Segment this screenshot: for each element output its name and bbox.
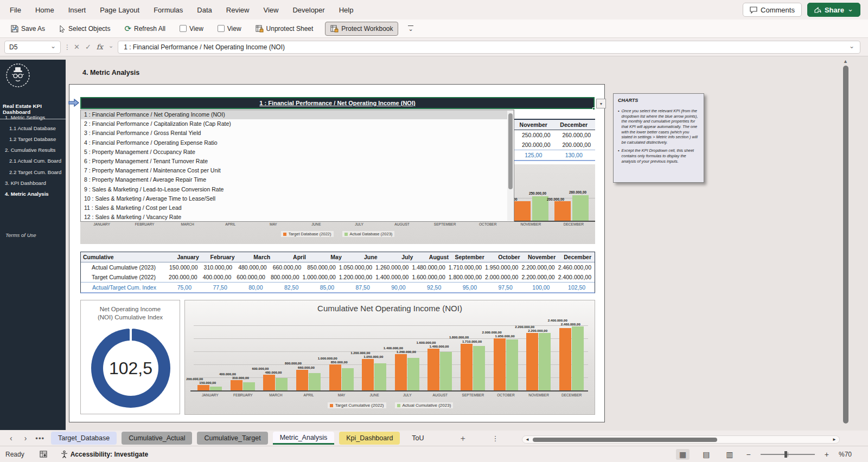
kpi-option[interactable]: 3 : Financial Performance / Gross Rental… [81,129,514,138]
view-checkbox-1[interactable]: View [177,22,206,36]
menu-page-layout[interactable]: Page Layout [100,6,139,14]
kpi-option[interactable]: 1 : Financial Performance / Net Operatin… [81,110,514,119]
refresh-all-button[interactable]: ⟳ Refresh All [122,22,168,36]
save-as-button[interactable]: Save As [9,22,47,36]
menu-data[interactable]: Data [197,6,212,14]
zoom-slider[interactable] [761,454,815,455]
dropdown-scrollbar-thumb[interactable] [508,113,513,189]
select-objects-button[interactable]: Select Objects [57,22,112,36]
sidebar-item-1-1-actual-database[interactable]: 1.1 Actual Database [0,123,66,133]
comments-button[interactable]: Comments [743,3,802,17]
formula-bar-expand-icon[interactable]: ⌄ [849,42,854,50]
sheet-tab-kpi_dashboard[interactable]: Kpi_Dashboard [339,432,400,445]
sheet-tabs: Target_DatabaseCumulative_ActualCumulati… [51,432,436,445]
sheet-tab-cumulative_actual[interactable]: Cumulative_Actual [122,432,192,445]
sheet-tab-cumulative_target[interactable]: Cumulative_Target [197,432,267,445]
zoom-out-button[interactable]: − [746,450,751,459]
horizontal-scrollbar[interactable]: ◄ ► [522,435,840,444]
sheet-nav-right-icon[interactable]: › [24,434,27,442]
target-bar [427,349,439,390]
horizontal-scrollbar-thumb[interactable] [533,438,717,442]
zoom-slider-thumb[interactable] [784,451,787,458]
separator-dots: ⋮ [64,43,71,51]
chevron-down-icon[interactable]: ⌄ [108,42,113,49]
selection-fill-handle[interactable] [592,107,595,110]
donut-chart: 102,5 [91,329,170,408]
normal-view-button[interactable]: ▦ [676,449,690,460]
sheet-tab-target_database[interactable]: Target_Database [51,432,117,445]
view-checkbox-2[interactable]: View [215,22,244,36]
dropdown-scrollbar[interactable] [507,111,513,221]
zoom-in-button[interactable]: + [825,450,829,459]
sheet-list-button[interactable]: ••• [35,434,44,442]
checkbox-icon[interactable] [218,25,225,32]
kpi-option[interactable]: 2 : Financial Performance / Capitalizati… [81,119,514,129]
scroll-up-icon[interactable]: ▲ [843,59,848,64]
x-axis-label: JULY [337,222,380,226]
x-axis-label: DECEMBER [555,393,588,397]
kpi-option[interactable]: 4 : Financial Performance / Operating Ex… [81,138,514,147]
sidebar-item-2-2-target-cum-board[interactable]: 2.2 Target Cum. Board [0,166,66,177]
unprotect-sheet-button[interactable]: Unprotect Sheet [253,22,316,36]
unprotect-sheet-icon [256,25,264,33]
bullet-icon: • [618,148,620,164]
page-break-view-button[interactable]: ▥ [723,449,736,460]
vertical-scrollbar-thumb[interactable] [843,66,848,424]
sheet-tab-tou[interactable]: ToU [405,432,431,445]
legend-swatch [397,404,400,407]
brand-logo [5,62,31,88]
sidebar-item-3-kpi-dashboard[interactable]: 3. KPI Dashboard [0,177,66,188]
confirm-entry-icon[interactable]: ✓ [85,43,91,51]
insert-function-icon[interactable]: fx [97,43,103,51]
kpi-option[interactable]: 7 : Property Management / Maintenance Co… [81,166,514,175]
sidebar-item-1-metric-settings[interactable]: 1. Metric Settings [0,112,66,123]
sidebar-terms-link[interactable]: Terms of Use [5,232,36,238]
sidebar-item-2-cumulative-results[interactable]: 2. Cumulative Results [0,145,66,156]
x-axis-label: OCTOBER [467,222,509,226]
kpi-option[interactable]: 12 : Sales & Marketing / Vacancy Rate [81,213,514,222]
share-button[interactable]: Share ⌄ [807,3,860,17]
sheet-nav-left-icon[interactable]: ‹ [10,434,12,442]
name-box[interactable]: D5 ⌄ [4,41,61,54]
menu-help[interactable]: Help [339,6,354,14]
menu-file[interactable]: File [10,6,21,14]
kpi-option[interactable]: 10 : Sales & Marketing / Average Time to… [81,194,514,203]
target-data-label: 2.400.000,00 [548,318,588,322]
scroll-left-icon[interactable]: ◄ [525,437,529,442]
menu-view[interactable]: View [263,6,278,14]
scroll-right-icon[interactable]: ► [832,437,837,442]
vertical-scrollbar[interactable]: ▲ ▼ [841,59,851,441]
menu-insert[interactable]: Insert [68,6,86,14]
macro-record-icon[interactable] [40,450,48,458]
kpi-option[interactable]: 11 : Sales & Marketing / Cost per Lead [81,203,514,213]
chevron-down-icon[interactable]: ⌄ [50,42,56,50]
protect-workbook-button[interactable]: Protect Workbook [325,22,398,36]
add-sheet-button[interactable]: ＋ [459,433,467,444]
accessibility-status[interactable]: Accessibility: Investigate [61,451,148,458]
cancel-entry-icon[interactable]: ✕ [74,43,80,51]
kpi-option[interactable]: 6 : Property Management / Tenant Turnove… [81,157,514,166]
target-bar [231,380,242,390]
menu-review[interactable]: Review [226,6,250,14]
toolbar-overflow-button[interactable]: ⌄ [408,25,413,31]
column-header: July [381,252,417,262]
column-header: April [273,252,309,262]
menu-formulas[interactable]: Formulas [154,6,183,14]
sidebar-item-4-metric-analysis[interactable]: 4. Metric Analysis [0,188,66,199]
sheet-tab-metric_analysis[interactable]: Metric_Analysis [273,432,335,445]
formula-input[interactable]: 1 : Financial Performance / Net Operatin… [118,41,860,54]
menu-home[interactable]: Home [35,6,54,14]
kpi-option[interactable]: 9 : Sales & Marketing / Lead-to-Lease Co… [81,185,514,194]
kpi-option[interactable]: 8 : Property Management / Average Repair… [81,175,514,184]
kpi-dropdown-button[interactable]: ▼ [596,99,606,108]
page-layout-view-button[interactable]: ▤ [699,449,713,460]
checkbox-icon[interactable] [180,25,187,32]
cumulative-chart-legend: Target Cumulative (2022)Actual Cumulativ… [185,402,596,408]
menu-developer[interactable]: Developer [292,6,324,14]
tab-options-button[interactable]: ⋮ [492,434,499,442]
sidebar-item-1-2-target-database[interactable]: 1.2 Target Database [0,133,66,144]
row-label: Target Cumulative (2022) [81,272,167,282]
sidebar-item-2-1-actual-cum-board[interactable]: 2.1 Actual Cum. Board [0,156,66,166]
kpi-dropdown-selected-cell[interactable]: 1 : Financial Performance / Net Operatin… [80,97,595,109]
kpi-option[interactable]: 5 : Property Management / Occupancy Rate [81,147,514,157]
